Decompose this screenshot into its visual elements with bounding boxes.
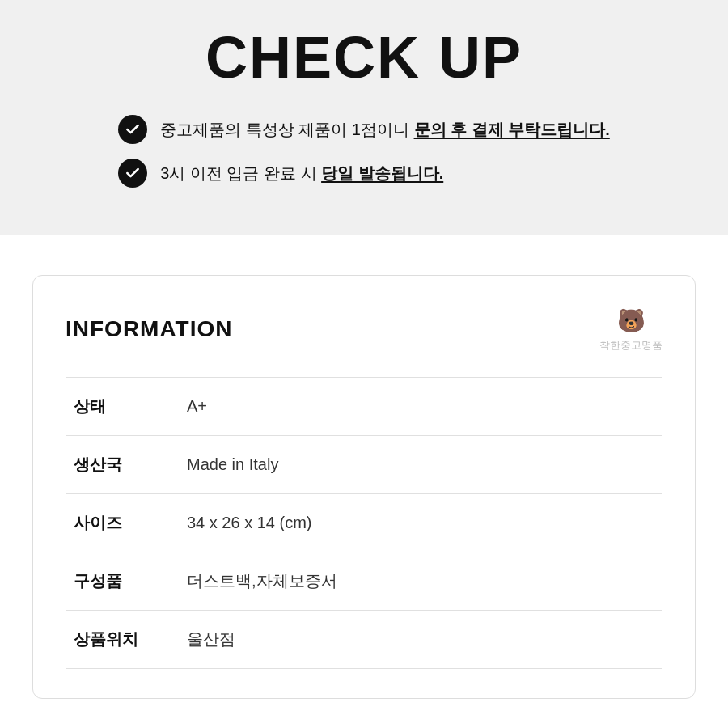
checklist-item-2-text: 3시 이전 입금 완료 시 당일 발송됩니다. [160, 162, 443, 184]
info-table: 상태 A+ 생산국 Made in Italy 사이즈 34 x 26 x 14… [66, 377, 662, 669]
checklist-item-2-bold: 당일 발송됩니다. [321, 164, 443, 182]
table-value-components: 더스트백,자체보증서 [179, 552, 662, 611]
table-label-location: 상품위치 [66, 611, 179, 669]
watermark-text: 착한중고명품 [599, 339, 662, 351]
checklist-item-1-bold: 문의 후 결제 부탁드립니다. [414, 121, 610, 138]
information-card: INFORMATION 🐻 착한중고명품 상태 A+ 생산국 Made in I… [32, 275, 696, 699]
table-label-status: 상태 [66, 378, 179, 436]
table-row: 상태 A+ [66, 378, 662, 436]
header-section: CHECK UP 중고제품의 특성상 제품이 1점이니 문의 후 결제 부탁드립… [0, 0, 728, 235]
table-label-size: 사이즈 [66, 494, 179, 552]
check-icon-2 [118, 159, 147, 188]
table-value-size: 34 x 26 x 14 (cm) [179, 494, 662, 552]
checklist-item-1-text: 중고제품의 특성상 제품이 1점이니 문의 후 결제 부탁드립니다. [160, 118, 610, 141]
info-title: INFORMATION [66, 316, 232, 342]
info-header: INFORMATION 🐻 착한중고명품 [66, 305, 662, 353]
table-row: 사이즈 34 x 26 x 14 (cm) [66, 494, 662, 552]
table-row: 생산국 Made in Italy [66, 436, 662, 494]
watermark: 🐻 착한중고명품 [599, 305, 662, 353]
table-label-country: 생산국 [66, 436, 179, 494]
table-row: 상품위치 울산점 [66, 611, 662, 669]
check-icon-1 [118, 115, 147, 144]
table-value-country: Made in Italy [179, 436, 662, 494]
page-title: CHECK UP [49, 24, 679, 91]
list-item: 중고제품의 특성상 제품이 1점이니 문의 후 결제 부탁드립니다. [118, 115, 610, 144]
table-label-components: 구성품 [66, 552, 179, 611]
list-item: 3시 이전 입금 완료 시 당일 발송됩니다. [118, 159, 610, 188]
watermark-icon: 🐻 [599, 305, 662, 336]
table-row: 구성품 더스트백,자체보증서 [66, 552, 662, 611]
spacer [0, 235, 728, 275]
table-value-location: 울산점 [179, 611, 662, 669]
checklist: 중고제품의 특성상 제품이 1점이니 문의 후 결제 부탁드립니다. 3시 이전… [118, 115, 610, 202]
table-value-status: A+ [179, 378, 662, 436]
